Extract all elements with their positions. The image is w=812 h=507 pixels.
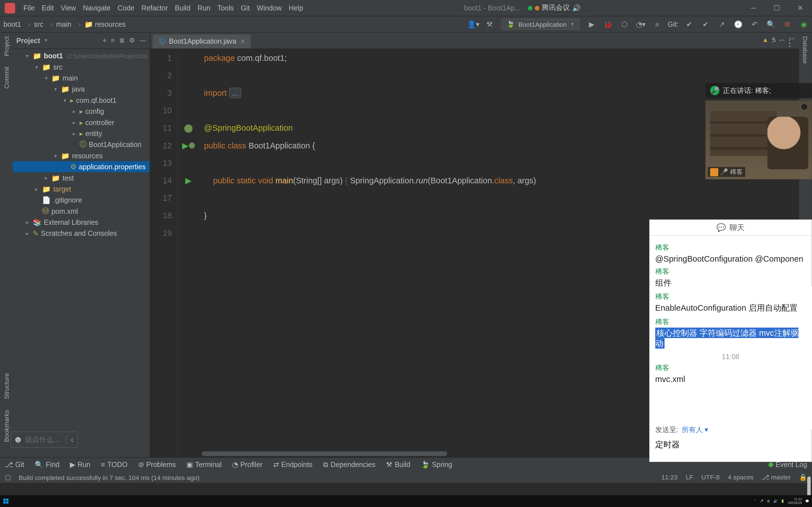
stop-button[interactable]: ■ [650,17,664,31]
start-button[interactable] [0,499,12,504]
git-rollback-icon[interactable]: ↶ [748,17,762,31]
tray-ime[interactable]: 英 [767,499,770,503]
tool-structure-tab[interactable]: Structure [3,373,10,399]
tool-build[interactable]: ⚒ Build [386,461,410,469]
collapse-all-icon[interactable]: ≣ [119,37,124,45]
tree-row[interactable]: Ⓜpom.xml [13,206,150,217]
tray-clock[interactable]: 11:122022/5/18 [788,497,802,505]
menu-edit[interactable]: Edit [38,4,57,12]
menu-help[interactable]: Help [285,4,307,12]
tree-row[interactable]: ▾📁main [13,72,150,83]
breadcrumb-root[interactable]: boot1 [0,20,24,29]
breadcrumb-item[interactable]: 📁 resources [75,20,129,29]
project-view-label[interactable]: Project [16,37,40,45]
ide-features-icon[interactable]: ◉ [797,17,811,31]
tree-row[interactable]: ▾📁boot1C:\Users\zed\IdeaProjects\b [13,50,150,61]
menu-file[interactable]: File [20,4,38,12]
inspection-widget[interactable]: ▲5 ︿ ﹀ [762,35,795,44]
run-config-selector[interactable]: 🍃 Boot1Application▼ [501,18,580,30]
coverage-button[interactable]: ⬡ [617,17,631,31]
tool-project-tab[interactable]: Project [3,36,10,56]
prev-highlight-icon[interactable]: ︿ [779,35,785,44]
event-log[interactable]: Event Log [769,461,807,469]
tool-problems[interactable]: ⊘ Problems [138,461,176,469]
tool-dependencies[interactable]: ⧉ Dependencies [323,461,375,469]
git-update-icon[interactable]: ✔ [682,17,696,31]
profile-button[interactable]: ◔▾ [634,17,648,31]
tree-row[interactable]: ⚙application.properties [13,161,150,172]
git-commit-icon[interactable]: ✔ [698,17,712,31]
tray-mic-icon[interactable]: 🎤 [760,499,763,503]
tree-row[interactable]: ▸▸controller [13,117,150,128]
windows-taskbar[interactable]: ˄ 🎤 英 🔊 🔋 11:122022/5/18 💬 [0,495,812,507]
locate-icon[interactable]: ⌖ [103,37,106,45]
tool-profiler[interactable]: ◔ Profiler [232,461,262,469]
tray-notifications-icon[interactable]: 💬 [805,499,809,503]
tree-row[interactable]: ▸📁test [13,172,150,183]
tool-spring[interactable]: 🍃 Spring [421,461,452,469]
tree-row[interactable]: ▸▸config [13,106,150,117]
tree-row[interactable]: ▸✎Scratches and Consoles [13,228,150,238]
speech-input[interactable]: ☻ ‹ [10,432,78,448]
tool-todo[interactable]: ≡ TODO [101,461,128,469]
menu-window[interactable]: Window [253,4,285,12]
breadcrumb-item[interactable]: src [24,20,47,29]
menu-tools[interactable]: Tools [214,4,238,12]
indent-info[interactable]: 4 spaces [728,473,753,481]
git-history-icon[interactable]: 🕘 [731,17,745,31]
settings-gear-icon[interactable]: ⚙ [129,37,135,45]
menu-view[interactable]: View [57,4,79,12]
menu-git[interactable]: Git [238,4,253,12]
menu-navigate[interactable]: Navigate [80,4,114,12]
window-maximize-button[interactable]: ☐ [765,0,789,16]
tool-git[interactable]: ⎇ Git [5,461,24,469]
window-minimize-button[interactable]: ─ [742,0,765,16]
tree-row[interactable]: ▸📚External Libraries [13,217,150,228]
tree-row[interactable]: ▸▸entity [13,128,150,139]
chevron-down-icon[interactable]: ▼ [44,38,48,43]
close-tab-icon[interactable]: ✕ [240,38,245,45]
tree-row[interactable]: ▾📁java [13,83,150,94]
speech-field[interactable] [25,436,66,444]
tray-battery-icon[interactable]: 🔋 [781,499,784,503]
tree-row[interactable]: ▸📁target [13,183,150,194]
tray-chevron-icon[interactable]: ˄ [755,499,756,503]
debug-button[interactable]: 🐞 [601,17,615,31]
chat-scrollbar[interactable] [807,243,811,507]
tool-find[interactable]: 🔍 Find [35,461,59,469]
tree-row[interactable]: ▾📁resources [13,150,150,161]
line-separator[interactable]: LF [686,473,693,481]
editor-tab[interactable]: Ⓒ Boot1Application.java ✕ [153,33,251,48]
tool-terminal[interactable]: ▣ Terminal [186,461,221,469]
expand-all-icon[interactable]: ≡ [111,37,114,45]
settings-icon[interactable]: ⚙ [780,17,794,31]
status-square-icon[interactable]: ▢ [5,473,11,481]
lock-icon[interactable]: 🔒 [799,473,807,481]
tree-row[interactable]: ⒸBoot1Application [13,139,150,150]
tray-volume-icon[interactable]: 🔊 [773,499,777,503]
tool-run[interactable]: ▶ Run [70,461,91,469]
project-tree[interactable]: ▾📁boot1C:\Users\zed\IdeaProjects\b▾📁src▾… [13,49,150,457]
tree-row[interactable]: 📄.gitignore [13,194,150,205]
menu-run[interactable]: Run [194,4,214,12]
add-user-icon[interactable]: 👤▾ [466,17,480,31]
chat-send-to[interactable]: 发送至: 所有人 ▾ [649,423,812,438]
search-everywhere-icon[interactable]: 🔍 [764,17,778,31]
speech-collapse-icon[interactable]: ‹ [66,434,78,445]
tree-row[interactable]: ▾▸com.qf.boot1 [13,95,150,106]
tool-endpoints[interactable]: ⇄ Endpoints [273,461,313,469]
caret-position[interactable]: 11:23 [661,473,677,481]
menu-build[interactable]: Build [171,4,194,12]
git-push-icon[interactable]: ↗ [715,17,729,31]
participant-video[interactable]: 🎤 稀客 [705,101,812,179]
run-button[interactable]: ▶ [585,17,599,31]
chat-messages[interactable]: 稀客@SpringBootConfiguration @Componen稀客组件… [649,236,812,422]
tool-commit-tab[interactable]: Commit [3,67,10,89]
breadcrumb-item[interactable]: main [47,20,75,29]
git-branch[interactable]: ⎇ master [762,473,791,481]
tool-database-tab[interactable]: Database [802,36,809,64]
file-encoding[interactable]: UTF-8 [702,473,720,481]
build-hammer-icon[interactable]: ⚒ [483,17,497,31]
window-close-button[interactable]: ✕ [788,0,812,16]
next-highlight-icon[interactable]: ﹀ [789,35,796,44]
